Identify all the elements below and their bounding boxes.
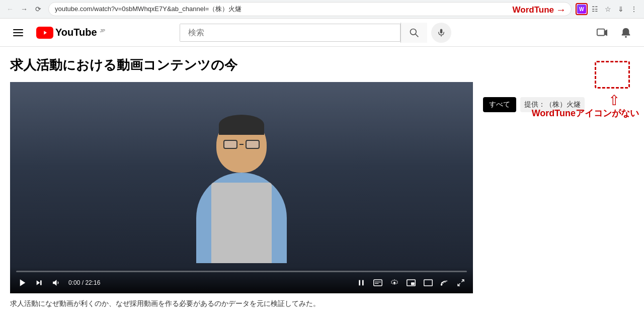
progress-bar[interactable] bbox=[16, 271, 467, 272]
browser-toolbar: ← → ⟳ WordTune → W ☷ ☆ ⇓ ⋮ bbox=[0, 0, 644, 18]
search-container bbox=[180, 23, 451, 43]
wordtune-annotation-label: WordTune → bbox=[513, 4, 566, 16]
youtube-header: YouTube JP bbox=[0, 19, 644, 47]
video-description: 求人活動になぜ動画が利くのか、なぜ採用動画を作る必要があるのかデータを元に検証し… bbox=[10, 299, 473, 308]
bookmark-button[interactable]: ☆ bbox=[602, 3, 614, 15]
person-glasses bbox=[223, 140, 260, 149]
video-title: 求人活動における動画コンテンツの今 bbox=[10, 57, 473, 74]
forward-button[interactable]: → bbox=[18, 3, 30, 15]
extensions-button[interactable]: ☷ bbox=[589, 3, 601, 15]
download-button[interactable]: ⇓ bbox=[615, 3, 627, 15]
svg-line-5 bbox=[415, 34, 418, 37]
video-background bbox=[10, 82, 473, 293]
wordtune-extension-button[interactable]: W bbox=[576, 3, 588, 15]
svg-point-4 bbox=[410, 29, 416, 35]
svg-line-25 bbox=[461, 280, 464, 282]
wordtune-missing-area-annotation bbox=[595, 61, 630, 89]
address-bar-container bbox=[48, 2, 572, 16]
svg-rect-15 bbox=[359, 280, 360, 285]
cast-button[interactable] bbox=[439, 277, 451, 288]
theater-button[interactable] bbox=[422, 277, 435, 288]
svg-line-26 bbox=[458, 283, 460, 286]
fullscreen-button[interactable] bbox=[455, 277, 467, 289]
refresh-button[interactable]: ⟳ bbox=[32, 3, 44, 15]
filter-all-button[interactable]: すべて bbox=[483, 97, 516, 112]
svg-rect-17 bbox=[374, 280, 382, 286]
svg-rect-2 bbox=[13, 35, 23, 36]
svg-rect-1 bbox=[13, 32, 23, 33]
person-shirt bbox=[211, 183, 272, 263]
glass-right bbox=[246, 140, 260, 149]
hamburger-menu-button[interactable] bbox=[8, 23, 28, 43]
video-player[interactable]: 0:00 / 22:16 bbox=[10, 82, 473, 293]
video-section: 求人活動における動画コンテンツの今 bbox=[10, 57, 473, 308]
glass-left bbox=[223, 140, 237, 149]
browser-actions: WordTune → W ☷ ☆ ⇓ ⋮ bbox=[576, 3, 640, 15]
svg-rect-23 bbox=[424, 280, 433, 286]
no-icon-annotation-text: WordTuneアイコンがない bbox=[532, 107, 639, 119]
sidebar-area: すべて 提供：（株）火燧 ⇧ WordTuneアイコンがない bbox=[483, 57, 634, 308]
person-body bbox=[196, 173, 287, 263]
svg-marker-3 bbox=[44, 31, 47, 34]
time-total: 22:16 bbox=[85, 279, 100, 286]
create-button[interactable] bbox=[592, 23, 612, 43]
header-actions bbox=[592, 23, 636, 43]
person-head bbox=[216, 117, 267, 173]
glasses-bridge bbox=[239, 144, 244, 149]
person-hair bbox=[219, 115, 264, 135]
mini-player-button[interactable] bbox=[405, 277, 418, 288]
svg-marker-14 bbox=[53, 280, 57, 286]
search-bar bbox=[180, 24, 400, 42]
notifications-button[interactable] bbox=[616, 23, 636, 43]
settings-button[interactable] bbox=[388, 277, 400, 289]
youtube-region: JP bbox=[100, 28, 106, 33]
svg-rect-6 bbox=[440, 29, 442, 33]
svg-rect-16 bbox=[362, 280, 364, 285]
address-bar[interactable] bbox=[55, 6, 565, 13]
menu-button[interactable]: ⋮ bbox=[628, 3, 640, 15]
youtube-logo[interactable]: YouTube JP bbox=[36, 27, 105, 39]
main-content: 求人活動における動画コンテンツの今 bbox=[0, 47, 644, 318]
pause-button-right[interactable] bbox=[355, 277, 367, 289]
person-figure bbox=[196, 117, 287, 263]
controls-row: 0:00 / 22:16 bbox=[16, 276, 467, 289]
microphone-button[interactable] bbox=[431, 23, 451, 43]
wordtune-icon: W bbox=[577, 5, 586, 14]
browser-chrome: ← → ⟳ WordTune → W ☷ ☆ ⇓ ⋮ bbox=[0, 0, 644, 19]
youtube-logo-text: YouTube bbox=[55, 27, 97, 38]
annotation-arrow-up: ⇧ bbox=[608, 92, 620, 109]
svg-rect-22 bbox=[411, 282, 415, 285]
svg-marker-12 bbox=[37, 280, 40, 285]
time-display: 0:00 / 22:16 bbox=[68, 279, 100, 286]
youtube-logo-icon bbox=[36, 27, 53, 39]
svg-point-20 bbox=[393, 282, 395, 284]
search-button[interactable] bbox=[400, 23, 427, 43]
skip-button[interactable] bbox=[33, 277, 45, 289]
wordtune-label-text: WordTune bbox=[513, 5, 554, 15]
volume-button[interactable] bbox=[49, 276, 62, 289]
svg-point-24 bbox=[441, 284, 442, 285]
svg-marker-11 bbox=[20, 279, 26, 286]
time-current: 0:00 bbox=[68, 279, 80, 286]
svg-rect-0 bbox=[13, 29, 23, 30]
back-button[interactable]: ← bbox=[4, 3, 16, 15]
wordtune-arrow-icon: → bbox=[556, 4, 566, 16]
video-controls: 0:00 / 22:16 bbox=[10, 267, 473, 293]
subtitles-button[interactable] bbox=[371, 277, 384, 288]
svg-rect-8 bbox=[597, 29, 605, 35]
search-input[interactable] bbox=[180, 24, 400, 41]
svg-point-10 bbox=[625, 36, 627, 38]
play-button[interactable] bbox=[16, 276, 29, 289]
svg-rect-13 bbox=[40, 280, 42, 285]
